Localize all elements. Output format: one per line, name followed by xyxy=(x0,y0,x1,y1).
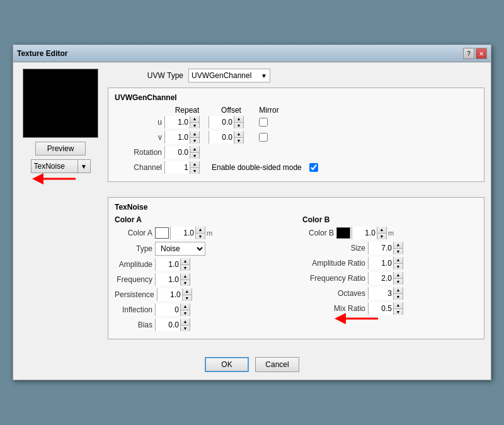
help-button[interactable]: ? xyxy=(463,48,474,59)
close-button[interactable]: ✕ xyxy=(476,48,487,59)
color-b-section-label: Color B xyxy=(302,215,478,224)
persistence-row: Persistence ▲▼ xyxy=(115,288,290,301)
color-b-row: Color B ▲▼ m xyxy=(302,227,478,239)
u-offset-input[interactable]: ▲▼ xyxy=(209,116,244,128)
bias-label: Bias xyxy=(115,320,152,329)
uvw-type-row: UVW Type UVWGenChannel ▼ xyxy=(108,69,484,82)
preview-button[interactable]: Preview xyxy=(35,142,86,156)
channel-label: Channel xyxy=(115,163,162,172)
color-b-label: Color B xyxy=(302,229,334,237)
uvw-type-value: UVWGenChannel xyxy=(192,71,261,80)
color-a-row: Color A ▲▼ m xyxy=(115,227,290,239)
rotation-row: Rotation ▲▼ xyxy=(115,146,478,159)
amplitude-ratio-row: Amplitude Ratio ▲▼ xyxy=(302,257,478,269)
texnoise-title: TexNoise xyxy=(115,203,478,212)
title-bar: Texture Editor ? ✕ xyxy=(13,45,491,62)
frequency-ratio-row: Frequency Ratio ▲▼ xyxy=(302,272,478,285)
uvw-channel-section: UVWGenChannel Repeat Offset Mirror u ▲▼ xyxy=(108,88,484,182)
window-title: Texture Editor xyxy=(17,49,67,58)
amplitude-ratio-input[interactable]: ▲▼ xyxy=(368,257,403,269)
left-panel: Preview ▼ xyxy=(20,69,101,344)
right-panel: UVW Type UVWGenChannel ▼ UVWGenChannel R… xyxy=(108,69,484,344)
color-b-m-label: m xyxy=(388,229,394,237)
bias-row: Bias ▲▼ xyxy=(115,319,290,331)
texture-editor-window: Texture Editor ? ✕ Preview ▼ UVW T xyxy=(13,45,491,380)
uvw-table-headers: Repeat Offset Mirror xyxy=(165,106,478,115)
texnoise-section: TexNoise Color A Color A ▲▼ xyxy=(108,197,484,339)
uvw-type-label: UVW Type xyxy=(108,71,183,80)
amplitude-label: Amplitude xyxy=(115,260,152,269)
octaves-row: Octaves ▲▼ xyxy=(302,287,478,300)
uvw-channel-title: UVWGenChannel xyxy=(115,93,478,102)
amplitude-row: Amplitude ▲▼ xyxy=(115,258,290,271)
inflection-row: Inflection ▲▼ xyxy=(115,303,290,316)
color-b-value-input[interactable]: ▲▼ xyxy=(352,227,387,239)
frequency-input[interactable]: ▲▼ xyxy=(155,273,190,286)
u-mirror-checkbox[interactable] xyxy=(259,118,268,127)
v-label: v xyxy=(115,133,162,142)
rotation-input[interactable]: ▲▼ xyxy=(164,146,200,159)
frequency-label: Frequency xyxy=(115,275,152,284)
red-arrow-1 xyxy=(32,169,82,188)
th-mirror: Mirror xyxy=(253,106,285,115)
color-a-m-label: m xyxy=(207,229,212,237)
double-sided-checkbox[interactable] xyxy=(309,163,318,172)
bias-input[interactable]: ▲▼ xyxy=(155,319,190,331)
v-mirror-checkbox[interactable] xyxy=(259,133,268,142)
color-b-swatch[interactable] xyxy=(336,227,350,239)
main-content: Preview ▼ UVW Type UVWGenChannel ▼ xyxy=(13,62,491,351)
uvw-type-arrow-icon[interactable]: ▼ xyxy=(261,72,267,79)
th-offset: Offset xyxy=(209,106,253,115)
v-repeat-input[interactable]: ▲▼ xyxy=(164,131,200,144)
color-a-swatch[interactable] xyxy=(155,227,169,239)
channel-input[interactable]: ▲▼ xyxy=(164,161,200,174)
inflection-input[interactable]: ▲▼ xyxy=(155,303,190,316)
rotation-label: Rotation xyxy=(115,148,162,157)
v-offset-input[interactable]: ▲▼ xyxy=(209,131,244,144)
spacer xyxy=(108,187,484,197)
octaves-input[interactable]: ▲▼ xyxy=(368,287,403,300)
persistence-input[interactable]: ▲▼ xyxy=(157,288,192,301)
size-label: Size xyxy=(302,244,365,252)
frequency-ratio-input[interactable]: ▲▼ xyxy=(368,272,403,285)
col-color-b: Color B Color B ▲▼ m xyxy=(302,215,478,334)
title-bar-buttons: ? ✕ xyxy=(463,48,487,59)
texnoise-columns: Color A Color A ▲▼ m xyxy=(115,215,478,334)
red-arrow-2 xyxy=(334,309,384,328)
double-sided-label: Enable double-sided mode xyxy=(212,163,302,172)
frequency-ratio-label: Frequency Ratio xyxy=(302,274,365,283)
mix-ratio-row: Mix Ratio ▲▼ xyxy=(302,302,478,315)
uvw-type-dropdown[interactable]: UVWGenChannel ▼ xyxy=(188,69,270,82)
uvw-u-row: u ▲▼ ▲▼ xyxy=(115,116,478,128)
type-row: Type Noise xyxy=(115,242,290,256)
type-select[interactable]: Noise xyxy=(155,242,205,256)
channel-row: Channel ▲▼ Enable double-sided mode xyxy=(115,161,478,174)
inflection-label: Inflection xyxy=(115,305,152,314)
col-color-a: Color A Color A ▲▼ m xyxy=(115,215,290,334)
preview-image xyxy=(23,69,98,138)
th-repeat: Repeat xyxy=(165,106,209,115)
size-input[interactable]: ▲▼ xyxy=(368,242,403,254)
persistence-label: Persistence xyxy=(115,290,154,299)
amplitude-input[interactable]: ▲▼ xyxy=(155,258,190,271)
color-a-label: Color A xyxy=(115,229,152,237)
color-a-value-input[interactable]: ▲▼ xyxy=(170,227,205,239)
color-a-section-label: Color A xyxy=(115,215,290,224)
octaves-label: Octaves xyxy=(302,289,365,298)
frequency-row: Frequency ▲▼ xyxy=(115,273,290,286)
ok-button[interactable]: OK xyxy=(205,357,249,372)
bottom-bar: OK Cancel xyxy=(13,351,491,380)
u-label: u xyxy=(115,118,162,127)
u-repeat-input[interactable]: ▲▼ xyxy=(164,116,200,128)
uvw-v-row: v ▲▼ ▲▼ xyxy=(115,131,478,144)
amplitude-ratio-label: Amplitude Ratio xyxy=(302,259,365,268)
cancel-button[interactable]: Cancel xyxy=(255,357,299,372)
type-label: Type xyxy=(115,244,152,253)
size-row: Size ▲▼ xyxy=(302,242,478,254)
